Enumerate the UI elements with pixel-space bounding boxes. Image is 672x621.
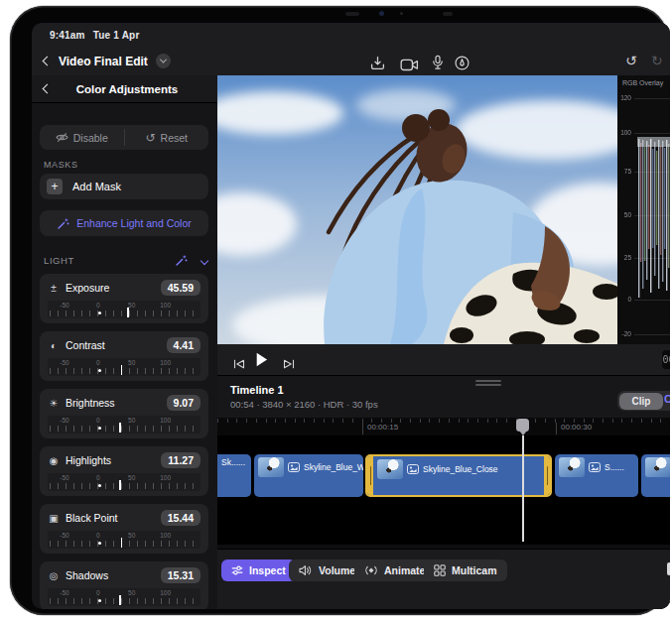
redo-button[interactable]: ↻ — [651, 54, 663, 67]
slider-cursor[interactable] — [121, 365, 123, 375]
slider-value[interactable]: 15.31 — [161, 567, 201, 583]
skip-back-button[interactable] — [233, 355, 245, 373]
slider-value[interactable]: 15.44 — [161, 510, 201, 526]
slider-ruler[interactable]: -50050100 — [48, 588, 201, 606]
tick-label: 0 — [96, 532, 100, 539]
brightness-icon: ☀ — [48, 398, 60, 409]
reset-button[interactable]: ↺ Reset — [125, 125, 209, 150]
reset-label: Reset — [161, 132, 188, 144]
slider-value[interactable]: 4.41 — [167, 337, 201, 353]
camera-button[interactable] — [400, 58, 419, 75]
tick-label: 50 — [128, 302, 135, 309]
undo-button[interactable]: ↺ — [625, 54, 637, 67]
multicam-icon — [434, 564, 446, 576]
shadows-icon: ◎ — [48, 570, 60, 581]
button-label: Multicam — [452, 564, 497, 576]
slider-cursor[interactable] — [119, 423, 121, 433]
tick-marks — [50, 483, 199, 489]
slider-shadows: ◎Shadows15.31 -50050100 — [40, 561, 208, 609]
slider-cursor[interactable] — [119, 595, 121, 605]
timeline-meta: 00:54 · 3840 × 2160 · HDR · 30 fps — [230, 399, 378, 410]
slider-ruler[interactable]: -50050100 — [48, 416, 201, 434]
tick-label: -50 — [60, 532, 68, 539]
slider-value[interactable]: 9.07 — [167, 395, 201, 411]
mode-clip[interactable]: Clip — [619, 393, 664, 410]
tick-marks — [50, 541, 199, 547]
panel-header: Color Adjustments — [32, 75, 217, 103]
tick-label: -50 — [60, 359, 68, 366]
magic-wand-icon — [57, 217, 69, 230]
skip-forward-button[interactable] — [283, 355, 295, 373]
add-mask-button[interactable]: + Add Mask — [40, 174, 208, 199]
slider-cursor[interactable] — [121, 538, 123, 548]
clip-partial-s[interactable]: S...... — [555, 454, 638, 497]
slider-ruler[interactable]: -50050100 — [48, 531, 201, 549]
slider-cursor[interactable] — [127, 308, 129, 317]
plus-icon: + — [47, 179, 63, 194]
button-label: Volume — [319, 564, 355, 576]
light-label: LIGHT — [44, 255, 175, 266]
clipped-edge-button[interactable]: C — [664, 393, 670, 405]
timeline-ruler[interactable]: 00:00:15 00:00:30 — [217, 418, 670, 435]
disable-button[interactable]: Disable — [40, 125, 124, 150]
slider-ruler[interactable]: -50050100 — [48, 301, 201, 318]
back-chevron-icon[interactable] — [43, 57, 53, 66]
trim-handle-right[interactable] — [544, 456, 550, 495]
clip-name: Skyline_Blue_Wide — [304, 462, 363, 472]
camera-lens — [379, 11, 384, 16]
video-preview[interactable] — [217, 75, 617, 344]
tick-marks — [50, 368, 199, 374]
clip-partial-right[interactable] — [641, 454, 670, 497]
slider-cursor[interactable] — [119, 480, 121, 490]
tick-label: 100 — [160, 359, 171, 366]
camera-icon — [400, 59, 419, 71]
mic-button[interactable] — [432, 55, 444, 74]
slider-ruler[interactable]: -50050100 — [48, 358, 201, 376]
default-marker — [98, 484, 101, 487]
reset-icon: ↺ — [146, 131, 156, 145]
light-section-header[interactable]: LIGHT — [44, 254, 207, 267]
title-dropdown-button[interactable] — [156, 54, 171, 68]
skip-forward-icon — [283, 359, 295, 369]
enhance-light-color-button[interactable]: Enhance Light and Color — [40, 210, 208, 236]
slider-highlights: ◉Highlights11.27 -50050100 — [40, 446, 208, 496]
disable-label: Disable — [73, 132, 108, 144]
chevron-down-icon[interactable] — [201, 256, 208, 264]
clip-partial-left[interactable]: Sk...... — [217, 454, 251, 497]
tick-label: -50 — [60, 417, 68, 424]
panel-drag-handle[interactable] — [475, 380, 501, 388]
bezel-sensor — [345, 12, 359, 16]
edit-mode-segmented-control: Clip Range Edge — [617, 391, 670, 411]
annotate-button[interactable] — [455, 56, 470, 74]
inspect-button[interactable]: Inspect — [221, 559, 296, 581]
project-title-row[interactable]: Video Final Edit — [44, 54, 171, 68]
scope-tick: 50 — [617, 211, 631, 218]
slider-value[interactable]: 45.59 — [161, 280, 201, 296]
play-button[interactable] — [255, 352, 268, 371]
timecode-hours: 00:00: — [662, 354, 670, 365]
default-marker — [98, 542, 101, 545]
disable-reset-group: Disable ↺ Reset — [40, 125, 208, 150]
multicam-button[interactable]: Multicam — [424, 559, 507, 581]
slider-ruler[interactable]: -50050100 — [48, 473, 201, 491]
play-icon — [255, 352, 268, 367]
slider-contrast: ◐Contrast4.41 -50050100 — [40, 331, 208, 381]
playhead-handle[interactable] — [516, 419, 529, 432]
transport-bar: 00:00:27:17 — [217, 344, 670, 376]
enhance-label: Enhance Light and Color — [76, 217, 192, 229]
default-marker — [98, 427, 101, 430]
import-button[interactable] — [370, 56, 385, 74]
image-icon — [589, 462, 601, 472]
clip-skyline-blue-close[interactable]: Skyline_Blue_Close — [365, 454, 552, 497]
slider-value[interactable]: 11.27 — [161, 452, 201, 468]
trim-handle-left[interactable] — [367, 456, 373, 495]
ruler-ticks — [217, 419, 670, 423]
image-icon — [407, 464, 419, 474]
clip-skyline-blue-wide[interactable]: Skyline_Blue_Wide — [254, 454, 363, 497]
rgb-overlay-scope: RGB Overlay 120 100 75 50 25 0 -20 — [617, 75, 670, 344]
clipped-right-control[interactable] — [667, 562, 670, 575]
playhead-line[interactable] — [522, 435, 524, 542]
eye-off-icon — [56, 132, 68, 143]
color-adjustments-panel: Color Adjustments Disable ↺ Reset MASKS — [32, 75, 217, 609]
default-marker — [98, 311, 101, 314]
